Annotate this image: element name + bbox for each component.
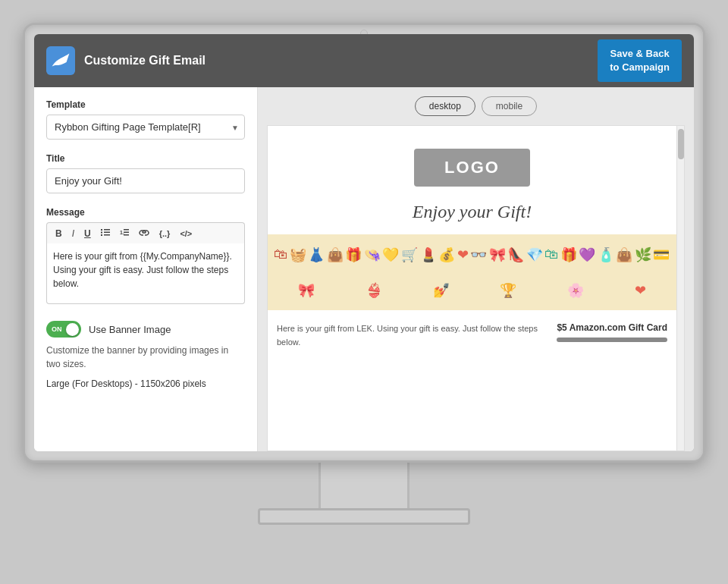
- banner-icon: ❤: [635, 282, 646, 299]
- title-field-group: Title: [46, 153, 245, 193]
- banner-icon: 🛍: [544, 246, 558, 262]
- unordered-list-button[interactable]: [97, 226, 114, 240]
- email-body-text: Here is your gift from LEK. Using your g…: [277, 322, 548, 349]
- banner-icon: 💛: [382, 246, 399, 263]
- svg-rect-10: [124, 234, 129, 236]
- gift-card-block: $5 Amazon.com Gift Card: [557, 322, 667, 342]
- gift-card-bar: [557, 338, 667, 342]
- svg-rect-1: [101, 229, 102, 231]
- toggle-knob: [66, 323, 79, 336]
- banner-icon: 👒: [364, 246, 381, 263]
- email-content: LOGO Enjoy your Gift! 🛍 🧺 👗: [268, 126, 676, 349]
- underline-button[interactable]: U: [80, 227, 95, 240]
- banner-field-group: ON Use Banner Image Customize the banner…: [46, 321, 245, 389]
- gift-card-info: $5 Amazon.com Gift Card: [557, 322, 667, 333]
- banner-icons: 🛍 🧺 👗 👜 🎁 👒 💛 🛒 💄 💰: [268, 234, 676, 310]
- app-header: Customize Gift Email Save & Back to Camp…: [34, 34, 694, 87]
- banner-icon: 🎁: [560, 246, 577, 263]
- email-preview-container: LOGO Enjoy your Gift! 🛍 🧺 👗: [267, 125, 685, 451]
- header-left: Customize Gift Email: [46, 46, 206, 75]
- svg-rect-3: [101, 232, 102, 234]
- svg-rect-4: [104, 232, 110, 234]
- banner-icon: 🌿: [635, 246, 651, 263]
- save-back-button[interactable]: Save & Back to Campaign: [598, 39, 682, 82]
- banner-icon: 👙: [366, 282, 382, 299]
- banner-image: 🛍 🧺 👗 👜 🎁 👒 💛 🛒 💄 💰: [268, 234, 676, 310]
- banner-icon: 💜: [579, 246, 595, 263]
- banner-icon: 🎀: [298, 282, 315, 299]
- mobile-tab[interactable]: mobile: [482, 96, 537, 116]
- template-select-wrapper: Rybbon Gifting Page Template[R] ▼: [46, 115, 245, 140]
- banner-description: Customize the banner by providing images…: [46, 344, 245, 371]
- list-ol-icon: 1.: [120, 228, 129, 237]
- ordered-list-button[interactable]: 1.: [116, 226, 133, 240]
- banner-icon: 🌸: [567, 282, 584, 299]
- list-ul-icon: [101, 228, 110, 237]
- scroll-indicator: [676, 126, 684, 451]
- template-label: Template: [46, 99, 245, 110]
- banner-icon: 🛍: [274, 246, 287, 262]
- svg-rect-2: [104, 229, 110, 231]
- email-bottom-content: Here is your gift from LEK. Using your g…: [268, 310, 676, 349]
- stand-base: [258, 508, 470, 525]
- banner-icon: 👜: [327, 246, 344, 263]
- use-banner-toggle[interactable]: ON: [46, 321, 81, 338]
- stand-neck: [318, 463, 410, 508]
- banner-icon: 🎀: [489, 246, 506, 263]
- monitor-body: Customize Gift Email Save & Back to Camp…: [23, 23, 705, 463]
- svg-rect-5: [101, 234, 102, 236]
- banner-icon: 💳: [653, 246, 670, 263]
- banner-icon: 👠: [507, 246, 524, 263]
- toggle-row: ON Use Banner Image: [46, 321, 245, 338]
- app-title: Customize Gift Email: [84, 54, 206, 68]
- banner-icon: 👓: [470, 246, 487, 263]
- bold-button[interactable]: B: [52, 227, 66, 240]
- template-select[interactable]: Rybbon Gifting Page Template[R]: [46, 115, 245, 140]
- banner-icon: 🧴: [598, 246, 614, 263]
- merge-button[interactable]: {..}: [155, 228, 174, 240]
- italic-button[interactable]: I: [68, 227, 78, 240]
- svg-rect-8: [124, 229, 129, 231]
- banner-icon: ❤: [457, 246, 469, 263]
- banner-icon: 🧺: [290, 246, 306, 263]
- link-icon: [139, 229, 149, 237]
- logo-placeholder: LOGO: [268, 126, 676, 202]
- preview-area: desktop mobile LOGO: [258, 87, 694, 451]
- monitor-wrapper: Customize Gift Email Save & Back to Camp…: [23, 23, 705, 538]
- save-back-label: Save & Back to Campaign: [610, 48, 670, 73]
- link-button[interactable]: [135, 227, 153, 240]
- svg-rect-6: [104, 234, 110, 236]
- title-input[interactable]: [46, 168, 245, 193]
- banner-icon: 👗: [308, 246, 325, 263]
- banner-icon: 💎: [526, 246, 543, 263]
- banner-icon: 💅: [433, 282, 450, 299]
- title-label: Title: [46, 153, 245, 164]
- message-field-group: Message B I U 1.: [46, 207, 245, 307]
- scroll-thumb: [678, 129, 684, 159]
- message-textarea[interactable]: Here is your gift from {{My.CompanyName}…: [46, 243, 245, 304]
- use-banner-label: Use Banner Image: [89, 324, 171, 335]
- banner-icon: 🎁: [345, 246, 362, 263]
- editor-toolbar: B I U 1.: [46, 222, 245, 243]
- screen: Customize Gift Email Save & Back to Camp…: [34, 34, 694, 451]
- svg-rect-9: [124, 232, 129, 234]
- large-size-label: Large (For Desktops) - 1150x206 pixels: [46, 378, 245, 389]
- template-field-group: Template Rybbon Gifting Page Template[R]…: [46, 99, 245, 140]
- message-label: Message: [46, 207, 245, 218]
- brand-logo-icon: [46, 46, 75, 75]
- main-content: Template Rybbon Gifting Page Template[R]…: [34, 87, 694, 451]
- banner-icon: 💰: [438, 246, 455, 263]
- desktop-tab[interactable]: desktop: [415, 96, 475, 116]
- logo-box: LOGO: [414, 149, 530, 187]
- toggle-on-label: ON: [52, 325, 62, 333]
- banner-icon: 💄: [420, 246, 437, 263]
- banner-icon: 🛒: [401, 246, 418, 263]
- monitor-stand: [23, 463, 705, 525]
- banner-icon: 👜: [616, 246, 632, 263]
- preview-tabs: desktop mobile: [415, 87, 537, 125]
- banner-icon: 🏆: [500, 282, 516, 299]
- code-button[interactable]: </>: [176, 228, 196, 240]
- email-title-text: Enjoy your Gift!: [268, 202, 676, 222]
- sidebar: Template Rybbon Gifting Page Template[R]…: [34, 87, 258, 451]
